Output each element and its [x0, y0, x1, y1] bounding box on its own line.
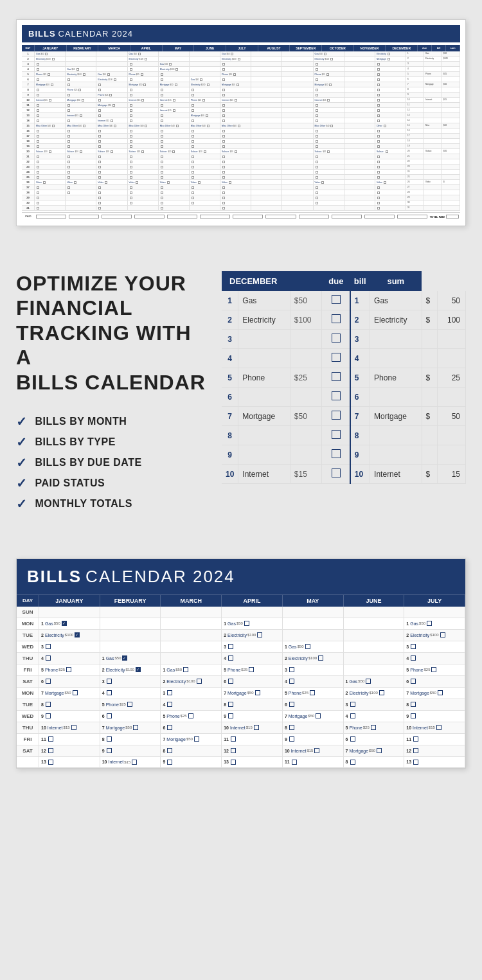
- table-row: 2121: [22, 154, 460, 159]
- checkbox-cell[interactable]: [322, 388, 350, 407]
- features-left: OPTIMIZE YOUR FINANCIAL TRACKING WITH A …: [16, 271, 209, 517]
- table-row: 10 Internet$15 Mortgage$50 Internet$15 I…: [22, 98, 460, 103]
- bill-name-cell: [238, 388, 290, 407]
- checkbox-cell[interactable]: [322, 291, 350, 310]
- col-jul: JULY: [226, 45, 258, 51]
- checkbox-cell[interactable]: [322, 368, 350, 388]
- bill-name-cell: Gas: [238, 291, 290, 310]
- col-jun: JUNE: [194, 45, 226, 51]
- amount-cell: $25: [290, 368, 322, 388]
- mini-cal-header: DECEMBER due bill sum: [222, 271, 466, 291]
- table-row: 2727: [22, 185, 460, 190]
- amount-cell: $50: [290, 407, 322, 426]
- table-row: WED331Gas$503: [17, 641, 465, 653]
- checkbox-cell[interactable]: [322, 465, 350, 484]
- bill-name-cell: [238, 330, 290, 349]
- table-row: 99: [222, 445, 466, 465]
- check-icon: ✓: [16, 434, 28, 450]
- cal-footer: PAID TOTAL PAID: [22, 212, 460, 220]
- cal-title-bold: BILLS: [28, 29, 56, 39]
- summary-name-cell: [370, 445, 422, 465]
- col-oct: OCTOBER: [322, 45, 354, 51]
- features-list: ✓ BILLS BY MONTH ✓ BILLS BY TYPE ✓ BILLS…: [16, 414, 209, 512]
- bill-name-cell: Electricity: [238, 310, 290, 330]
- checkbox-cell[interactable]: [322, 310, 350, 330]
- checkbox-cell[interactable]: [322, 407, 350, 426]
- headline-line3: TRACKING WITH A: [16, 321, 209, 370]
- amount-cell: $15: [290, 465, 322, 484]
- col-dec: DECEMBER: [386, 45, 418, 51]
- bcm-apr: APRIL: [222, 595, 283, 607]
- remaining-rows: 15 Misc Other$40 Misc Other$40 Misc Othe…: [22, 123, 460, 211]
- summary-amt-cell: [438, 330, 466, 349]
- table-row: 88: [222, 426, 466, 445]
- summary-name-cell: Gas: [370, 291, 422, 310]
- cal-header: BILLS CALENDAR 2024: [22, 25, 460, 42]
- table-row: 3030: [22, 200, 460, 206]
- bcm-jun: JUNE: [344, 595, 405, 607]
- table-row: 1 Gas$50 Gas$50 Gas$50 Gas$50 Electricit…: [22, 51, 460, 57]
- sum-header: sum: [370, 271, 422, 291]
- table-row: FRI5Phone$252Electricity$1001Gas$505Phon…: [17, 664, 465, 676]
- table-row: MON7Mortgage$50437Mortgage$505Phone$252E…: [17, 688, 465, 699]
- summary-amt-cell: 15: [438, 465, 466, 484]
- bottom-cal-months: DAY JANUARY FEBRUARY MARCH APRIL MAY JUN…: [17, 594, 465, 607]
- table-row: 66: [222, 388, 466, 407]
- summary-name-cell: Electricity: [370, 310, 422, 330]
- col-nov: NOVEMBER: [354, 45, 386, 51]
- table-row: WED965Phone$2597Mortgage$5049: [17, 711, 465, 722]
- bcm-jul: JULY: [404, 595, 465, 607]
- table-row: SAT632Electricity$100641Gas$506: [17, 676, 465, 688]
- bottom-calendar: BILLS CALENDAR 2024 DAY JANUARY FEBRUARY…: [16, 558, 466, 769]
- amount-cell: $50: [290, 291, 322, 310]
- bcm-may: MAY: [283, 595, 344, 607]
- amount-cell: [290, 349, 322, 368]
- summary-amt-cell: 50: [438, 291, 466, 310]
- checkbox-cell[interactable]: [322, 445, 350, 465]
- check-icon: ✓: [16, 496, 28, 512]
- features-right: DECEMBER due bill sum 1Gas$501Gas$502Ele…: [222, 271, 466, 484]
- summary-name-cell: [370, 349, 422, 368]
- table-row: 2828: [22, 190, 460, 195]
- summary-name-cell: Phone: [370, 368, 422, 388]
- table-row: 1919: [22, 144, 460, 149]
- check-icon: ✓: [16, 414, 28, 429]
- bill-name-cell: [238, 426, 290, 445]
- check-icon: ✓: [16, 455, 28, 470]
- amount-cell: [290, 330, 322, 349]
- bottom-cal-rows: SUNMON1Gas$501Gas$501Gas$50TUE2Electrici…: [17, 607, 465, 768]
- checkbox-cell[interactable]: [322, 426, 350, 445]
- col-sum: sum: [446, 45, 460, 51]
- table-row: 4 Gas$50 Electricity$100 4: [22, 67, 460, 72]
- table-row: 2525: [22, 175, 460, 180]
- cal-grid: 1 Gas$50 Gas$50 Gas$50 Gas$50 Electricit…: [22, 51, 460, 211]
- table-row: 9 Phone$25 9: [22, 93, 460, 98]
- col-sep: SEPTEMBER: [290, 45, 322, 51]
- table-row: MON1Gas$501Gas$501Gas$50: [17, 618, 465, 630]
- list-item: ✓ BILLS BY MONTH: [16, 414, 209, 429]
- col-mar: MARCH: [98, 45, 130, 51]
- checkbox-cell[interactable]: [322, 330, 350, 349]
- due-header: due: [322, 271, 350, 291]
- amount-cell: [290, 388, 322, 407]
- headline-line2: FINANCIAL: [16, 296, 209, 320]
- table-row: 20Subscr.$20Subscr.$20Subscr.$20Subscr.$…: [22, 149, 460, 154]
- table-row: 6 Electricity$100 Gas$50 6: [22, 77, 460, 82]
- col-jan: JANUARY: [35, 45, 67, 51]
- table-row: 15 Misc Other$40 Misc Other$40 Misc Othe…: [22, 123, 460, 129]
- table-row: 3 Gas$50 3: [22, 62, 460, 67]
- table-row: 10Internet$1510Internet$15: [222, 465, 466, 484]
- table-row: 2Electricity$1002Electricity$100: [222, 310, 466, 330]
- bill-name-cell: [238, 445, 290, 465]
- summary-amt-cell: 100: [438, 310, 466, 330]
- col-day: DAY: [22, 45, 35, 51]
- table-row: 26VideoVideoVideoVideoVideoVideoVideoVid…: [22, 180, 460, 185]
- table-row: THU41Gas$5042Electricity$1004: [17, 653, 465, 664]
- checkbox-cell[interactable]: [322, 349, 350, 368]
- summary-name-cell: Internet: [370, 465, 422, 484]
- table-row: 1Gas$501Gas$50: [222, 291, 466, 310]
- paid-label: PAID: [22, 215, 35, 218]
- bcm-jan: JANUARY: [39, 595, 100, 607]
- bcm-day-label: DAY: [17, 595, 39, 607]
- summary-name-cell: [370, 330, 422, 349]
